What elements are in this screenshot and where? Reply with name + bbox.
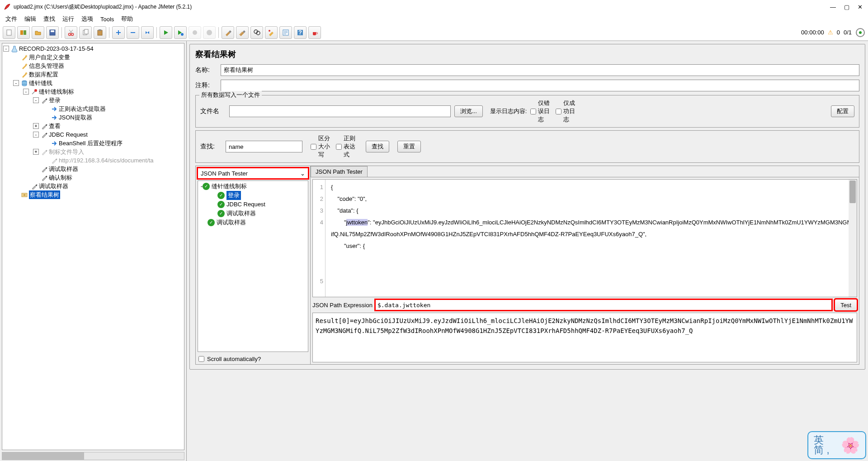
menu-file[interactable]: 文件 (5, 15, 17, 23)
reset-button[interactable]: 重置 (397, 141, 421, 152)
stop-icon[interactable] (189, 26, 201, 39)
cut-icon[interactable] (65, 26, 77, 39)
help-icon[interactable]: ? (294, 26, 307, 39)
tree-item[interactable]: 用户自定义变量 (3, 53, 184, 62)
menu-run[interactable]: 运行 (62, 15, 74, 23)
tree-toggle[interactable]: - (23, 89, 29, 95)
paste-icon[interactable] (94, 26, 106, 39)
filename-input[interactable] (229, 105, 451, 117)
json-path-input[interactable] (375, 299, 832, 310)
search-icon[interactable] (250, 26, 263, 39)
tree-item[interactable]: 调试取样器 (3, 165, 184, 173)
open-icon[interactable] (32, 26, 44, 39)
menu-tools[interactable]: Tools (100, 16, 114, 23)
sample-item[interactable]: ✓调试取样器 (199, 218, 307, 227)
success-icon: ✓ (217, 192, 225, 199)
function-helper-icon[interactable] (279, 26, 292, 39)
copy-icon[interactable] (79, 26, 92, 39)
arrow-icon (51, 140, 58, 147)
tree-toggle[interactable]: - (13, 80, 19, 86)
expr-label: JSON Path Expression (312, 302, 373, 309)
chevron-down-icon: ⌄ (300, 170, 305, 177)
save-icon[interactable] (46, 26, 59, 39)
search-input[interactable] (226, 141, 302, 152)
tree-item[interactable]: 信息头管理器 (3, 62, 184, 70)
tree-item[interactable]: +查看 (3, 122, 184, 130)
tree-item[interactable]: -RECORD-2023-03-17-15-54 (3, 44, 184, 53)
tree-item[interactable]: +制标文件导入 (3, 147, 184, 156)
collapse-icon[interactable] (127, 26, 139, 39)
sample-item[interactable]: ✓调试取样器 (199, 209, 307, 218)
window-title: upload2.jmx (C:\Users\盛斌\Desktop\upload2… (14, 3, 830, 11)
warning-icon[interactable]: ⚠ (828, 29, 833, 36)
filename-label: 文件名 (200, 107, 226, 115)
tree-item[interactable]: 正则表达式提取器 (3, 105, 184, 113)
coffee-icon[interactable] (308, 26, 321, 39)
result-output[interactable]: Result[0]=eyJhbGciOiJIUzUxMiJ9.eyJzdWIiO… (312, 313, 857, 362)
tree-toggle[interactable]: - (33, 132, 39, 138)
tree-toggle[interactable]: - (33, 97, 39, 103)
tree-item-label: 缝针缝线 (29, 79, 52, 87)
close-button[interactable]: ✕ (858, 4, 863, 10)
tree-toggle[interactable]: + (33, 149, 39, 155)
ime-widget[interactable]: 英 简 , 🌸 (807, 431, 866, 459)
tree-item[interactable]: -登录 (3, 96, 184, 105)
sample-item[interactable]: ✓JDBC Request (199, 200, 307, 209)
tree-item[interactable]: 数据库配置 (3, 70, 184, 79)
shutdown-icon[interactable] (203, 26, 216, 39)
expand-icon[interactable] (112, 26, 125, 39)
horizontal-scrollbar[interactable] (2, 452, 184, 460)
code-vscrollbar[interactable] (849, 180, 857, 297)
tree-item-label: 用户自定义变量 (29, 53, 70, 62)
only-errors-checkbox[interactable] (530, 109, 536, 114)
menu-search[interactable]: 查找 (43, 15, 55, 23)
tree-toggle[interactable]: - (3, 46, 9, 52)
tree-toggle[interactable]: + (33, 123, 39, 129)
tree-item[interactable]: -缝针缝线 (3, 79, 184, 87)
start-notimers-icon[interactable] (174, 26, 187, 39)
success-icon: ✓ (217, 210, 225, 217)
tree-item[interactable]: 调试取样器 (3, 182, 184, 190)
case-sensitive-checkbox[interactable] (311, 144, 316, 150)
tree-item[interactable]: 察看结果树 (3, 190, 184, 199)
scroll-auto-checkbox[interactable] (198, 356, 204, 362)
tree-item[interactable]: JSON提取器 (3, 113, 184, 122)
toggle-icon[interactable] (141, 26, 154, 39)
clear-all-icon[interactable] (236, 26, 249, 39)
minimize-button[interactable]: — (830, 4, 836, 10)
comment-input[interactable] (221, 80, 859, 91)
pipette-icon (41, 174, 48, 181)
tree-item[interactable]: BeanShell 后置处理程序 (3, 139, 184, 147)
search-button[interactable]: 查找 (366, 141, 389, 152)
sample-item[interactable]: ✓登录 (199, 191, 307, 200)
new-icon[interactable] (3, 26, 15, 39)
pipette-d-icon (51, 157, 58, 164)
renderer-dropdown[interactable]: JSON Path Tester⌄ (198, 168, 308, 179)
start-icon[interactable] (160, 26, 172, 39)
menu-options[interactable]: 选项 (81, 15, 93, 23)
tree-item[interactable]: -JDBC Request (3, 130, 184, 139)
templates-icon[interactable] (17, 26, 30, 39)
only-success-checkbox[interactable] (556, 109, 561, 114)
regex-checkbox[interactable] (336, 144, 342, 150)
svg-rect-10 (99, 29, 101, 31)
tree-item[interactable]: 确认制标 (3, 173, 184, 182)
test-button[interactable]: Test (835, 299, 857, 311)
sample-item[interactable]: -✓缝针缝线制标 (199, 182, 307, 191)
tree-item-label: 制标文件导入 (49, 147, 84, 156)
config-button[interactable]: 配置 (831, 105, 854, 117)
clear-icon[interactable] (222, 26, 234, 39)
name-label: 名称: (195, 66, 217, 74)
sample-tree[interactable]: -✓缝针缝线制标✓登录✓JDBC Request✓调试取样器✓调试取样器 (198, 181, 308, 352)
tree-item[interactable]: http://192.168.3.64/sics/document/ta (3, 156, 184, 165)
tab-json-tester[interactable]: JSON Path Tester (311, 166, 368, 177)
response-body[interactable]: 1234 5 { "code": "0", "data": { "jwttoke… (312, 179, 857, 297)
menu-help[interactable]: 帮助 (121, 15, 133, 23)
browse-button[interactable]: 浏览... (454, 105, 483, 117)
name-input[interactable] (221, 64, 859, 76)
reset-search-icon[interactable] (265, 26, 278, 39)
maximize-button[interactable]: ▢ (844, 4, 849, 10)
svg-point-6 (71, 33, 74, 35)
menu-edit[interactable]: 编辑 (24, 15, 36, 23)
tree-item[interactable]: -缝针缝线制标 (3, 87, 184, 96)
